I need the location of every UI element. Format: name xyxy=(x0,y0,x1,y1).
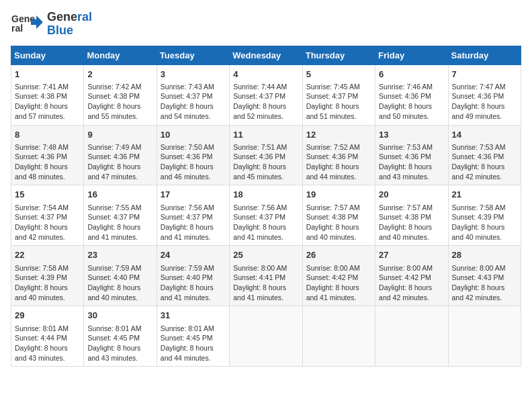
sunset: Sunset: 4:36 PM xyxy=(452,92,504,100)
sunset: Sunset: 4:36 PM xyxy=(306,152,359,161)
sunrise: Sunrise: 7:49 AM xyxy=(87,143,141,151)
day-number: 28 xyxy=(452,249,517,261)
column-header-monday: Monday xyxy=(84,46,157,64)
day-number: 5 xyxy=(306,68,371,81)
calendar-cell: 8Sunrise: 7:48 AMSunset: 4:36 PMDaylight… xyxy=(11,125,84,185)
week-row-5: 29Sunrise: 8:01 AMSunset: 4:44 PMDayligh… xyxy=(11,306,521,367)
day-number: 1 xyxy=(15,68,80,81)
day-number: 30 xyxy=(87,310,152,322)
sunset: Sunset: 4:36 PM xyxy=(233,152,285,161)
sunset: Sunset: 4:42 PM xyxy=(306,273,359,281)
sunset: Sunset: 4:36 PM xyxy=(15,152,67,161)
daylight: Daylight: 8 hours and 41 minutes. xyxy=(161,283,214,302)
daylight: Daylight: 8 hours and 49 minutes. xyxy=(452,102,505,120)
sunset: Sunset: 4:42 PM xyxy=(379,273,431,281)
day-number: 11 xyxy=(233,129,298,141)
day-number: 3 xyxy=(161,68,226,81)
sunrise: Sunrise: 7:55 AM xyxy=(87,203,141,212)
day-number: 29 xyxy=(15,310,80,322)
sunrise: Sunrise: 7:57 AM xyxy=(306,203,360,212)
sunset: Sunset: 4:41 PM xyxy=(233,273,285,281)
day-number: 9 xyxy=(87,129,152,141)
sunrise: Sunrise: 8:01 AM xyxy=(161,324,214,332)
calendar-cell: 10Sunrise: 7:50 AMSunset: 4:36 PMDayligh… xyxy=(157,125,229,185)
calendar-cell: 15Sunrise: 7:54 AMSunset: 4:37 PMDayligh… xyxy=(11,185,84,246)
sunset: Sunset: 4:39 PM xyxy=(15,273,67,281)
calendar-cell xyxy=(375,306,448,367)
calendar-cell: 7Sunrise: 7:47 AMSunset: 4:36 PMDaylight… xyxy=(448,64,521,125)
day-number: 7 xyxy=(452,68,517,81)
calendar-cell: 13Sunrise: 7:53 AMSunset: 4:36 PMDayligh… xyxy=(375,125,448,185)
sunset: Sunset: 4:37 PM xyxy=(87,213,140,221)
day-number: 4 xyxy=(233,68,298,81)
calendar-cell: 5Sunrise: 7:45 AMSunset: 4:37 PMDaylight… xyxy=(302,64,375,125)
daylight: Daylight: 8 hours and 40 minutes. xyxy=(15,283,68,302)
calendar-cell: 19Sunrise: 7:57 AMSunset: 4:38 PMDayligh… xyxy=(302,185,375,246)
sunrise: Sunrise: 7:48 AM xyxy=(15,143,69,151)
calendar-cell: 14Sunrise: 7:53 AMSunset: 4:36 PMDayligh… xyxy=(448,125,521,185)
sunset: Sunset: 4:44 PM xyxy=(15,334,67,342)
day-number: 24 xyxy=(161,249,226,261)
sunrise: Sunrise: 7:54 AM xyxy=(15,203,69,212)
calendar-cell: 29Sunrise: 8:01 AMSunset: 4:44 PMDayligh… xyxy=(11,306,84,367)
sunrise: Sunrise: 7:59 AM xyxy=(161,264,214,272)
day-number: 19 xyxy=(306,189,371,201)
day-number: 12 xyxy=(306,129,371,141)
daylight: Daylight: 8 hours and 54 minutes. xyxy=(161,102,214,120)
daylight: Daylight: 8 hours and 44 minutes. xyxy=(161,344,214,362)
day-number: 13 xyxy=(379,129,444,141)
sunrise: Sunrise: 8:01 AM xyxy=(87,324,141,332)
sunrise: Sunrise: 7:53 AM xyxy=(452,143,506,151)
sunrise: Sunrise: 7:51 AM xyxy=(233,143,287,151)
calendar-table: SundayMondayTuesdayWednesdayThursdayFrid… xyxy=(11,46,521,367)
calendar-cell: 26Sunrise: 8:00 AMSunset: 4:42 PMDayligh… xyxy=(302,246,375,306)
daylight: Daylight: 8 hours and 55 minutes. xyxy=(87,102,140,120)
column-header-thursday: Thursday xyxy=(302,46,375,64)
daylight: Daylight: 8 hours and 40 minutes. xyxy=(379,223,432,241)
day-number: 31 xyxy=(161,310,226,322)
daylight: Daylight: 8 hours and 41 minutes. xyxy=(87,223,140,241)
daylight: Daylight: 8 hours and 43 minutes. xyxy=(87,344,140,362)
sunrise: Sunrise: 8:00 AM xyxy=(452,264,506,272)
sunset: Sunset: 4:37 PM xyxy=(161,92,213,100)
daylight: Daylight: 8 hours and 57 minutes. xyxy=(15,102,68,120)
calendar-cell: 24Sunrise: 7:59 AMSunset: 4:40 PMDayligh… xyxy=(157,246,229,306)
sunset: Sunset: 4:37 PM xyxy=(15,213,67,221)
sunrise: Sunrise: 7:52 AM xyxy=(306,143,360,151)
daylight: Daylight: 8 hours and 46 minutes. xyxy=(161,163,214,181)
sunset: Sunset: 4:45 PM xyxy=(161,334,213,342)
daylight: Daylight: 8 hours and 48 minutes. xyxy=(15,163,68,181)
week-row-4: 22Sunrise: 7:58 AMSunset: 4:39 PMDayligh… xyxy=(11,246,521,306)
sunset: Sunset: 4:36 PM xyxy=(379,152,431,161)
sunset: Sunset: 4:37 PM xyxy=(233,92,285,100)
logo-svg: Gene ral xyxy=(11,11,44,37)
calendar-cell: 28Sunrise: 8:00 AMSunset: 4:43 PMDayligh… xyxy=(448,246,521,306)
sunset: Sunset: 4:37 PM xyxy=(161,213,213,221)
sunrise: Sunrise: 7:58 AM xyxy=(15,264,69,272)
sunset: Sunset: 4:36 PM xyxy=(161,152,213,161)
daylight: Daylight: 8 hours and 50 minutes. xyxy=(379,102,432,120)
calendar-cell: 6Sunrise: 7:46 AMSunset: 4:36 PMDaylight… xyxy=(375,64,448,125)
sunset: Sunset: 4:43 PM xyxy=(452,273,504,281)
daylight: Daylight: 8 hours and 41 minutes. xyxy=(233,223,286,241)
sunrise: Sunrise: 7:57 AM xyxy=(379,203,433,212)
sunrise: Sunrise: 7:43 AM xyxy=(161,83,214,91)
day-number: 2 xyxy=(87,68,152,81)
calendar-cell: 31Sunrise: 8:01 AMSunset: 4:45 PMDayligh… xyxy=(157,306,229,367)
sunrise: Sunrise: 7:56 AM xyxy=(161,203,214,212)
sunset: Sunset: 4:39 PM xyxy=(452,213,504,221)
day-number: 14 xyxy=(452,129,517,141)
sunrise: Sunrise: 7:41 AM xyxy=(15,83,69,91)
day-number: 10 xyxy=(161,129,226,141)
calendar-cell: 21Sunrise: 7:58 AMSunset: 4:39 PMDayligh… xyxy=(448,185,521,246)
sunrise: Sunrise: 7:46 AM xyxy=(379,83,433,91)
sunrise: Sunrise: 7:58 AM xyxy=(452,203,506,212)
sunset: Sunset: 4:45 PM xyxy=(87,334,140,342)
week-row-2: 8Sunrise: 7:48 AMSunset: 4:36 PMDaylight… xyxy=(11,125,521,185)
logo: Gene ral GeneralBlue xyxy=(11,11,92,38)
calendar-cell: 18Sunrise: 7:56 AMSunset: 4:37 PMDayligh… xyxy=(230,185,302,246)
column-header-sunday: Sunday xyxy=(11,46,84,64)
daylight: Daylight: 8 hours and 45 minutes. xyxy=(233,163,286,181)
daylight: Daylight: 8 hours and 44 minutes. xyxy=(306,163,359,181)
calendar-header-row: SundayMondayTuesdayWednesdayThursdayFrid… xyxy=(11,46,521,64)
